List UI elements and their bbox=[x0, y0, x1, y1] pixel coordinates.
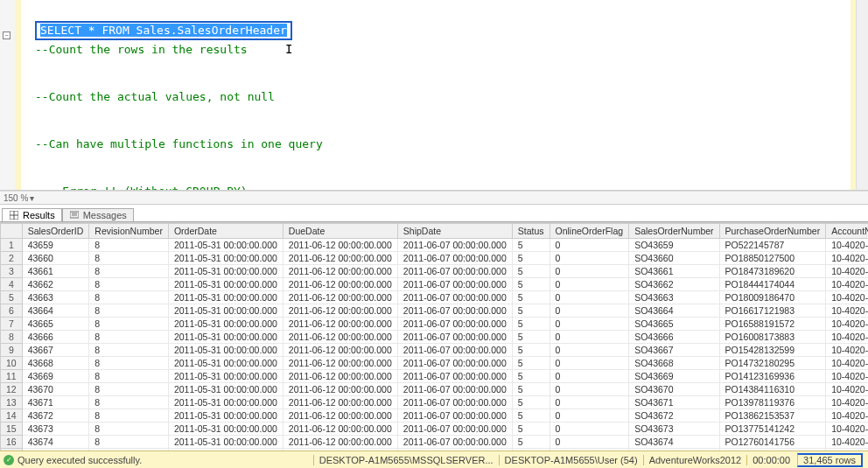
grid-cell[interactable]: 2011-06-12 00:00:00.000 bbox=[283, 370, 397, 383]
grid-cell[interactable]: 43667 bbox=[22, 344, 89, 357]
grid-cell[interactable]: 2011-06-12 00:00:00.000 bbox=[283, 357, 397, 370]
grid-cell[interactable]: 5 bbox=[512, 383, 550, 396]
grid-cell[interactable]: 10-4020-000227 bbox=[826, 278, 868, 291]
grid-cell[interactable]: 5 bbox=[512, 409, 550, 423]
grid-cell[interactable]: 2011-06-12 00:00:00.000 bbox=[283, 423, 397, 436]
grid-cell[interactable]: 8 bbox=[89, 436, 169, 449]
grid-cell[interactable]: 0 bbox=[550, 318, 629, 331]
grid-cell[interactable]: 10-4020-000119 bbox=[826, 409, 868, 423]
row-number[interactable]: 13 bbox=[1, 396, 23, 409]
grid-cell[interactable]: 43659 bbox=[22, 239, 89, 252]
grid-cell[interactable]: 43662 bbox=[22, 278, 89, 291]
grid-cell[interactable]: 5 bbox=[512, 278, 550, 291]
grid-cell[interactable]: SO43668 bbox=[629, 357, 719, 370]
grid-cell[interactable]: PO14384116310 bbox=[719, 383, 826, 396]
grid-cell[interactable]: PO13862153537 bbox=[719, 409, 826, 423]
grid-cell[interactable]: 10-4020-000397 bbox=[826, 304, 868, 318]
collapse-toggle-icon[interactable]: − bbox=[3, 31, 10, 39]
grid-cell[interactable]: 0 bbox=[550, 304, 629, 318]
results-grid[interactable]: SalesOrderIDRevisionNumberOrderDateDueDa… bbox=[0, 223, 868, 451]
row-number[interactable]: 7 bbox=[1, 318, 23, 331]
grid-cell[interactable]: 10-4020-000514 bbox=[826, 357, 868, 370]
grid-cell[interactable]: 8 bbox=[89, 409, 169, 423]
column-header[interactable]: PurchaseOrderNumber bbox=[719, 224, 826, 239]
grid-cell[interactable]: 0 bbox=[550, 331, 629, 344]
row-number[interactable]: 15 bbox=[1, 423, 23, 436]
grid-cell[interactable]: 5 bbox=[512, 396, 550, 409]
table-row[interactable]: 84366682011-05-31 00:00:00.0002011-06-12… bbox=[1, 331, 869, 344]
grid-cell[interactable]: 2011-06-12 00:00:00.000 bbox=[283, 239, 397, 252]
editor-vertical-scrollbar[interactable] bbox=[856, 0, 868, 190]
row-number[interactable]: 5 bbox=[1, 291, 23, 304]
grid-cell[interactable]: 2011-06-12 00:00:00.000 bbox=[283, 318, 397, 331]
grid-cell[interactable]: 10-4020-000117 bbox=[826, 252, 868, 265]
grid-cell[interactable]: 2011-06-07 00:00:00.000 bbox=[397, 344, 512, 357]
grid-cell[interactable]: 10-4020-000200 bbox=[826, 396, 868, 409]
grid-cell[interactable]: SO43661 bbox=[629, 265, 719, 278]
grid-cell[interactable]: 0 bbox=[550, 252, 629, 265]
grid-cell[interactable]: 2011-06-07 00:00:00.000 bbox=[397, 318, 512, 331]
grid-cell[interactable]: 5 bbox=[512, 318, 550, 331]
grid-cell[interactable]: SO43659 bbox=[629, 239, 719, 252]
grid-cell[interactable]: 10-4020-000511 bbox=[826, 331, 868, 344]
grid-cell[interactable]: 2011-05-31 00:00:00.000 bbox=[168, 357, 283, 370]
grid-cell[interactable]: SO43669 bbox=[629, 370, 719, 383]
grid-cell[interactable]: 43668 bbox=[22, 357, 89, 370]
grid-cell[interactable]: 2011-06-07 00:00:00.000 bbox=[397, 396, 512, 409]
grid-cell[interactable]: 0 bbox=[550, 357, 629, 370]
grid-cell[interactable]: 8 bbox=[89, 396, 169, 409]
table-row[interactable]: 44366282011-05-31 00:00:00.0002011-06-12… bbox=[1, 278, 869, 291]
column-header[interactable]: DueDate bbox=[283, 224, 397, 239]
grid-cell[interactable]: 5 bbox=[512, 304, 550, 318]
grid-cell[interactable]: PO18850127500 bbox=[719, 252, 826, 265]
row-number[interactable]: 9 bbox=[1, 344, 23, 357]
grid-cell[interactable]: PO16617121983 bbox=[719, 304, 826, 318]
grid-cell[interactable]: 0 bbox=[550, 383, 629, 396]
table-row[interactable]: 54366382011-05-31 00:00:00.0002011-06-12… bbox=[1, 291, 869, 304]
grid-cell[interactable]: PO13978119376 bbox=[719, 396, 826, 409]
grid-cell[interactable]: 5 bbox=[512, 436, 550, 449]
grid-cell[interactable]: 0 bbox=[550, 278, 629, 291]
grid-cell[interactable]: 43666 bbox=[22, 331, 89, 344]
column-header[interactable]: AccountNumber bbox=[826, 224, 868, 239]
grid-cell[interactable]: 2011-06-12 00:00:00.000 bbox=[283, 252, 397, 265]
grid-cell[interactable]: 2011-05-31 00:00:00.000 bbox=[168, 331, 283, 344]
grid-cell[interactable]: 43671 bbox=[22, 396, 89, 409]
grid-cell[interactable]: 10-4020-000146 bbox=[826, 318, 868, 331]
grid-cell[interactable]: 8 bbox=[89, 318, 169, 331]
grid-cell[interactable]: SO43674 bbox=[629, 436, 719, 449]
grid-cell[interactable]: 43664 bbox=[22, 304, 89, 318]
column-header[interactable]: SalesOrderID bbox=[22, 224, 89, 239]
grid-cell[interactable]: 2011-06-07 00:00:00.000 bbox=[397, 357, 512, 370]
sql-editor-pane[interactable]: − SELECT * FROM Sales.SalesOrderHeader -… bbox=[0, 0, 868, 191]
grid-cell[interactable]: 0 bbox=[550, 239, 629, 252]
grid-cell[interactable]: 43660 bbox=[22, 252, 89, 265]
row-number[interactable]: 1 bbox=[1, 239, 23, 252]
grid-cell[interactable]: 0 bbox=[550, 396, 629, 409]
grid-cell[interactable]: 2011-06-07 00:00:00.000 bbox=[397, 370, 512, 383]
grid-cell[interactable]: 0 bbox=[550, 409, 629, 423]
grid-cell[interactable]: 0 bbox=[550, 436, 629, 449]
grid-cell[interactable]: 8 bbox=[89, 239, 169, 252]
grid-cell[interactable]: PO15428132599 bbox=[719, 344, 826, 357]
grid-cell[interactable]: 2011-05-31 00:00:00.000 bbox=[168, 265, 283, 278]
grid-cell[interactable]: 10-4020-000504 bbox=[826, 383, 868, 396]
grid-cell[interactable]: 2011-06-12 00:00:00.000 bbox=[283, 344, 397, 357]
grid-cell[interactable]: 5 bbox=[512, 331, 550, 344]
grid-cell[interactable]: 2011-05-31 00:00:00.000 bbox=[168, 370, 283, 383]
grid-cell[interactable]: 2011-05-31 00:00:00.000 bbox=[168, 278, 283, 291]
grid-cell[interactable]: PO18473189620 bbox=[719, 265, 826, 278]
grid-cell[interactable]: 2011-05-31 00:00:00.000 bbox=[168, 396, 283, 409]
grid-cell[interactable]: 43670 bbox=[22, 383, 89, 396]
grid-cell[interactable]: 5 bbox=[512, 265, 550, 278]
grid-cell[interactable]: 0 bbox=[550, 370, 629, 383]
grid-cell[interactable]: 2011-06-12 00:00:00.000 bbox=[283, 396, 397, 409]
grid-cell[interactable]: 0 bbox=[550, 265, 629, 278]
grid-cell[interactable]: 2011-06-12 00:00:00.000 bbox=[283, 383, 397, 396]
row-number[interactable]: 16 bbox=[1, 436, 23, 449]
tab-messages[interactable]: Messages bbox=[62, 208, 134, 221]
grid-cell[interactable]: 2011-05-31 00:00:00.000 bbox=[168, 436, 283, 449]
grid-cell[interactable]: 0 bbox=[550, 291, 629, 304]
grid-cell[interactable]: SO43663 bbox=[629, 291, 719, 304]
grid-cell[interactable]: 2011-06-12 00:00:00.000 bbox=[283, 265, 397, 278]
